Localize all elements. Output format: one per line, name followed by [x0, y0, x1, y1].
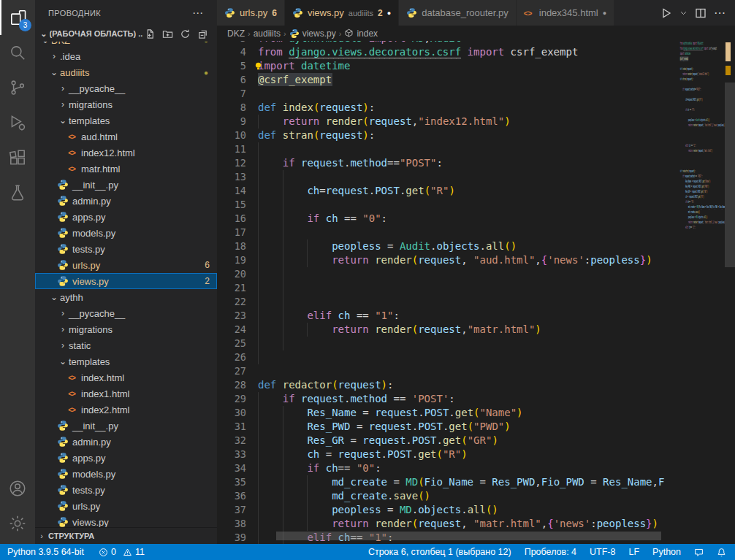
eol-status[interactable]: LF: [628, 547, 639, 557]
cursor-position-status[interactable]: Строка 6, столбец 1 (выбрано 12): [368, 547, 511, 557]
code-line-20: [679, 128, 725, 133]
tree-item-static[interactable]: ›static: [35, 337, 217, 353]
line-number: 33: [217, 448, 246, 461]
code-line-14: ch=request.POST.get("R"): [679, 97, 725, 102]
code-line-34: if ch== "0":: [679, 199, 725, 204]
line-number: 35: [217, 475, 246, 489]
horizontal-scrollbar[interactable]: [276, 532, 661, 540]
workspace-label: (РАБОЧАЯ ОБЛАСТЬ) ...: [50, 29, 142, 38]
breadcrumb-separator: ›: [339, 29, 342, 38]
tree-item-aythh[interactable]: ⌄aythh: [35, 289, 217, 305]
new-folder-icon[interactable]: [160, 26, 175, 41]
code-line-25: [679, 153, 725, 158]
tab-urls-py[interactable]: urls.py6: [217, 0, 285, 26]
tree-item-label: templates: [69, 356, 110, 367]
activity-search-icon[interactable]: [0, 35, 35, 70]
workspace-section-header[interactable]: ⌄ (РАБОЧАЯ ОБЛАСТЬ) ...: [35, 26, 217, 42]
tree-item-admin-py[interactable]: admin.py: [35, 434, 217, 450]
breadcrumb-symbol[interactable]: index: [344, 28, 378, 39]
line-number: 4: [217, 45, 246, 59]
activity-account-icon[interactable]: [0, 471, 35, 506]
tree-item-label: __init__.py: [72, 180, 118, 191]
tree-item-index-html[interactable]: <>index.html: [35, 369, 217, 386]
problems-status[interactable]: 0 11: [99, 547, 145, 557]
tab-views-py[interactable]: views.pyaudiiits2●: [285, 0, 399, 26]
tree-item--init-py[interactable]: __init__.py: [35, 177, 217, 193]
tree-item-audiiits[interactable]: ⌄audiiits●: [35, 64, 217, 80]
line-number: 11: [217, 142, 246, 156]
python-file-icon: [57, 484, 69, 496]
dirty-dot-icon[interactable]: ●: [387, 9, 391, 17]
run-dropdown-chevron-icon[interactable]: [679, 9, 688, 17]
code-line-28: 28def redactor(request):: [217, 378, 679, 392]
code-line-34: 34 if ch== "0":: [217, 461, 679, 475]
tree-item-views-py[interactable]: views.py2: [35, 273, 217, 289]
tree-item-migrations[interactable]: ›migrations: [35, 96, 217, 112]
tree-item--pycache-[interactable]: ›__pycache__: [35, 305, 217, 321]
explorer-title: ПРОВОДНИК: [48, 9, 101, 18]
run-file-icon[interactable]: [660, 7, 672, 19]
tree-item-migrations[interactable]: ›migrations: [35, 321, 217, 337]
tree-item-matr-html[interactable]: <>matr.html: [35, 161, 217, 177]
chevron-down-icon: ⌄: [38, 29, 50, 39]
refresh-icon[interactable]: [178, 26, 192, 41]
split-editor-icon[interactable]: [695, 7, 707, 19]
tree-item-templates[interactable]: ⌄templates: [35, 112, 217, 129]
code-editor[interactable]: 3from aythh.models import MD,Audit4from …: [217, 41, 735, 544]
activity-explorer-icon[interactable]: 3: [0, 0, 35, 35]
scrollbar-slider[interactable]: [725, 83, 735, 267]
encoding-status[interactable]: UTF-8: [590, 547, 615, 557]
tree-item-index12-html[interactable]: <>index12.html: [35, 145, 217, 161]
tree-item-DKZ[interactable]: ⌄DKZ●: [35, 42, 217, 48]
breadcrumb-folder[interactable]: audiiits: [254, 28, 281, 39]
tree-item-index2-html[interactable]: <>index2.html: [35, 402, 217, 418]
activity-run-debug-icon[interactable]: [0, 105, 35, 140]
feedback-icon[interactable]: [694, 548, 704, 557]
problems-count-badge: 2: [205, 276, 210, 286]
tree-item-index1-html[interactable]: <>index1.html: [35, 386, 217, 402]
new-file-icon[interactable]: [142, 26, 157, 41]
tree-item-views-py[interactable]: views.py: [35, 514, 217, 527]
activity-testing-icon[interactable]: [0, 175, 35, 210]
activity-settings-icon[interactable]: [0, 506, 35, 541]
tree-item--init-py[interactable]: __init__.py: [35, 418, 217, 434]
code-line-23: elif ch == "1":: [679, 143, 725, 148]
breadcrumb-folder[interactable]: DKZ: [227, 28, 245, 39]
tree-item-tests-py[interactable]: tests.py: [35, 482, 217, 498]
activity-extensions-icon[interactable]: [0, 140, 35, 175]
language-mode-status[interactable]: Python: [652, 547, 681, 557]
tree-item--pycache-[interactable]: ›__pycache__: [35, 80, 217, 96]
code-line-37: peopless = MD.objects.all(): [679, 215, 725, 220]
collapse-all-icon[interactable]: [195, 26, 210, 41]
line-number: 29: [217, 392, 246, 406]
lightbulb-icon[interactable]: [254, 61, 263, 71]
dirty-dot-icon[interactable]: ●: [603, 9, 606, 17]
breadcrumb-separator: ›: [283, 29, 286, 38]
tree-item--idea[interactable]: ›.idea: [35, 48, 217, 64]
indentation-status[interactable]: Пробелов: 4: [525, 547, 576, 557]
tree-item-urls-py[interactable]: urls.py: [35, 498, 217, 514]
minimap[interactable]: from aythh.models import MD,Auditfrom dj…: [679, 41, 725, 544]
tree-item-label: .idea: [60, 51, 80, 62]
tree-item-admin-py[interactable]: admin.py: [35, 193, 217, 209]
tree-item-templates[interactable]: ⌄templates: [35, 353, 217, 369]
tree-item-urls-py[interactable]: urls.py6: [35, 257, 217, 273]
activity-source-control-icon[interactable]: [0, 70, 35, 105]
editor-more-actions-icon[interactable]: ⋯: [714, 6, 726, 20]
outline-section-header[interactable]: › СТРУКТУРА: [35, 527, 217, 544]
tab-index345-html[interactable]: <>index345.html●: [517, 0, 614, 26]
breadcrumb-file[interactable]: views.py: [289, 28, 336, 39]
python-interpreter-status[interactable]: Python 3.9.5 64-bit: [7, 547, 84, 557]
code-line-32: Res_GR = request.POST.get("GR"): [679, 189, 725, 194]
explorer-more-actions-icon[interactable]: ⋯: [192, 7, 204, 20]
tree-item-models-py[interactable]: models.py: [35, 466, 217, 482]
tab-database-roouter-py[interactable]: database_roouter.py: [399, 0, 517, 26]
python-file-icon: [292, 7, 303, 18]
notifications-bell-icon[interactable]: [717, 548, 726, 557]
tree-item-apps-py[interactable]: apps.py: [35, 209, 217, 225]
tree-item-apps-py[interactable]: apps.py: [35, 450, 217, 466]
overview-ruler[interactable]: [725, 41, 735, 544]
tree-item-tests-py[interactable]: tests.py: [35, 241, 217, 257]
tree-item-aud-html[interactable]: <>aud.html: [35, 129, 217, 145]
tree-item-models-py[interactable]: models.py: [35, 225, 217, 241]
